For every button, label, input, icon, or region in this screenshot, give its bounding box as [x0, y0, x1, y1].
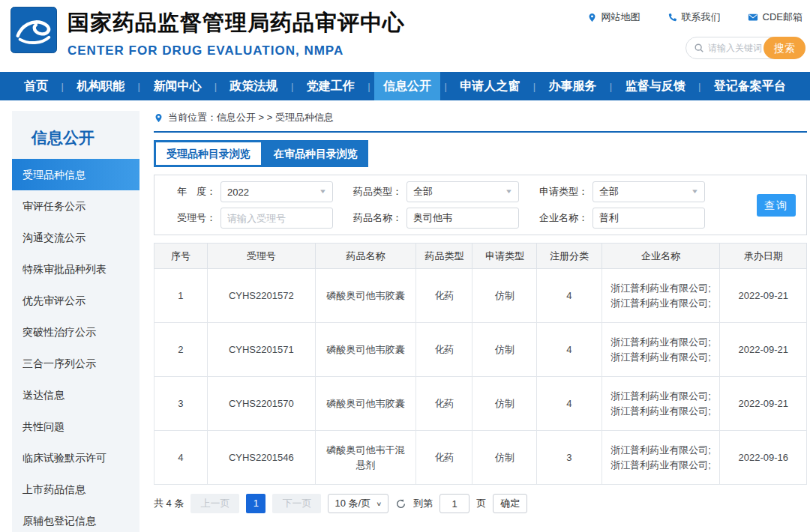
sidebar-item-11[interactable]: 上市药品信息 [12, 474, 140, 505]
nav-item-10[interactable]: 登记备案平台 [705, 72, 795, 100]
table-cell: 4 [154, 431, 208, 485]
site-header: 国家药品监督管理局药品审评中心 CENTER FOR DRUG EVALUATI… [0, 0, 810, 72]
sidebar-item-1[interactable]: 受理品种信息 [12, 159, 140, 190]
table-cell: 3 [154, 377, 208, 431]
apply-type-filter-group: 申请类型： 全部 ▼ [536, 181, 705, 202]
sidebar-item-12[interactable]: 原辅包登记信息 [12, 505, 140, 532]
table-cell: 3 [537, 431, 602, 485]
nav-item-3[interactable]: 新闻中心 [144, 72, 210, 100]
sidebar-item-2[interactable]: 审评任务公示 [12, 190, 140, 222]
column-header-5: 申请类型 [472, 244, 537, 269]
main-content: 当前位置：信息公开 > > 受理品种信息 受理品种目录浏览 在审品种目录浏览 年… [154, 111, 807, 513]
cde-mail-label: CDE邮箱 [763, 10, 802, 24]
nav-item-2[interactable]: 机构职能 [68, 72, 134, 100]
header-links: 网站地图 联系我们 CDE邮箱 [587, 10, 802, 24]
drug-name-filter-group: 药品名称： [350, 208, 519, 229]
nav-item-8[interactable]: 办事服务 [539, 72, 605, 100]
company-input[interactable] [592, 208, 705, 229]
table-cell: 磷酸奥司他韦胶囊 [315, 323, 416, 377]
sidebar-item-9[interactable]: 共性问题 [12, 411, 140, 442]
sidebar-item-4[interactable]: 特殊审批品种列表 [12, 253, 140, 285]
confirm-button[interactable]: 确定 [493, 494, 527, 513]
cde-logo [10, 7, 57, 53]
apply-type-select[interactable]: 全部 ▼ [592, 181, 705, 202]
sidebar-item-6[interactable]: 突破性治疗公示 [12, 316, 140, 348]
table-row: 4CYHS2201546磷酸奥司他韦干混悬剂化药仿制3浙江普利药业有限公司;浙江… [154, 431, 807, 485]
column-header-4: 药品类型 [416, 244, 472, 269]
table-cell: 浙江普利药业有限公司;浙江普利药业有限公司; [602, 377, 720, 431]
column-header-7: 企业名称 [602, 244, 720, 269]
tab-under-review-catalog[interactable]: 在审品种目录浏览 [263, 140, 368, 167]
table-cell: 4 [537, 323, 602, 377]
table-cell: 磷酸奥司他韦胶囊 [315, 377, 416, 431]
refresh-icon[interactable] [395, 498, 406, 510]
sidebar-item-3[interactable]: 沟通交流公示 [12, 222, 140, 253]
accept-no-label: 受理号： [164, 211, 216, 225]
table-cell: 2022-09-21 [720, 377, 807, 431]
drug-name-input[interactable] [406, 208, 519, 229]
column-header-2: 受理号 [207, 244, 315, 269]
table-cell: 化药 [416, 323, 472, 377]
contact-link[interactable]: 联系我们 [668, 10, 721, 24]
sidebar-item-8[interactable]: 送达信息 [12, 379, 140, 411]
drug-name-label: 药品名称： [350, 211, 402, 225]
accept-no-input[interactable] [220, 208, 333, 229]
nav-item-7[interactable]: 申请人之窗 [451, 72, 529, 100]
nav-item-4[interactable]: 政策法规 [221, 72, 287, 100]
table-cell: 化药 [416, 377, 472, 431]
location-pin-icon [587, 13, 597, 22]
year-select[interactable]: 2022 ▼ [220, 181, 333, 202]
nav-separator: | [291, 81, 293, 92]
table-cell: 浙江普利药业有限公司;浙江普利药业有限公司; [602, 323, 720, 377]
table-cell: 磷酸奥司他韦胶囊 [315, 269, 416, 323]
sidebar-title: 信息公开 [12, 111, 140, 159]
table-body: 1CYHS2201572磷酸奥司他韦胶囊化药仿制4浙江普利药业有限公司;浙江普利… [154, 269, 807, 485]
table-cell: 浙江普利药业有限公司;浙江普利药业有限公司; [602, 431, 720, 485]
sitemap-label: 网站地图 [602, 10, 640, 24]
next-page-button[interactable]: 下一页 [272, 494, 321, 513]
nav-item-1[interactable]: 首页 [15, 72, 57, 100]
table-cell: 4 [537, 377, 602, 431]
prev-page-button[interactable]: 上一页 [190, 494, 239, 513]
page: 国家药品监督管理局药品审评中心 CENTER FOR DRUG EVALUATI… [0, 0, 810, 532]
mail-icon [748, 12, 758, 22]
cde-mail-link[interactable]: CDE邮箱 [748, 10, 802, 24]
filter-row-1: 年 度： 2022 ▼ 药品类型： 全部 ▼ 申请类型： [164, 181, 797, 202]
chevron-down-icon: ▼ [319, 188, 327, 194]
table-cell: 仿制 [472, 323, 537, 377]
page-size-value: 10 条/页 [334, 497, 370, 510]
table-cell: 仿制 [472, 431, 537, 485]
tab-bar: 受理品种目录浏览 在审品种目录浏览 [154, 140, 368, 167]
nav-item-5[interactable]: 党建工作 [298, 72, 364, 100]
sidebar-item-7[interactable]: 三合一序列公示 [12, 348, 140, 379]
current-page-button[interactable]: 1 [246, 494, 266, 513]
sidebar-item-10[interactable]: 临床试验默示许可 [12, 442, 140, 474]
drug-type-select[interactable]: 全部 ▼ [406, 181, 519, 202]
nav-separator: | [61, 81, 63, 92]
nav-item-6[interactable]: 信息公开 [374, 72, 440, 100]
drug-type-select-value: 全部 [413, 185, 433, 199]
table-cell: 4 [537, 269, 602, 323]
nav-item-9[interactable]: 监督与反馈 [616, 72, 694, 100]
table-cell: 仿制 [472, 269, 537, 323]
nav-separator: | [533, 81, 536, 92]
breadcrumb-text: 当前位置：信息公开 > > 受理品种信息 [168, 111, 334, 124]
page-size-select[interactable]: 10 条/页 ∨ [328, 494, 388, 513]
search-button[interactable]: 搜索 [764, 37, 806, 59]
total-count-label: 共 4 条 [154, 497, 184, 510]
query-button[interactable]: 查询 [757, 194, 796, 217]
breadcrumb: 当前位置：信息公开 > > 受理品种信息 [154, 111, 807, 133]
phone-icon [668, 13, 677, 22]
search-input[interactable] [708, 43, 765, 53]
column-header-1: 序号 [154, 244, 208, 269]
column-header-6: 注册分类 [537, 244, 602, 269]
table-cell: 化药 [416, 431, 472, 485]
goto-page-input[interactable] [440, 494, 470, 513]
nav-separator: | [610, 81, 612, 92]
nav-separator: | [444, 81, 446, 92]
tab-accepted-catalog[interactable]: 受理品种目录浏览 [156, 142, 261, 165]
sitemap-link[interactable]: 网站地图 [587, 10, 640, 24]
pagination: 共 4 条 上一页 1 下一页 10 条/页 ∨ 到第 页 确定 [154, 494, 807, 513]
table-cell: CYHS2201571 [207, 323, 315, 377]
sidebar-item-5[interactable]: 优先审评公示 [12, 285, 140, 316]
